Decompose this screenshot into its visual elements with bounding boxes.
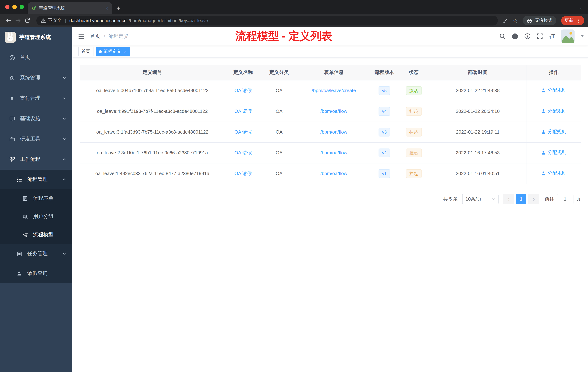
status-badge: 挂起 <box>406 148 422 157</box>
chevron-up-icon <box>63 178 66 181</box>
tag-process-definition[interactable]: 流程定义 × <box>96 47 130 56</box>
assign-rule-label: 分配规则 <box>548 129 567 135</box>
form-link[interactable]: /bpm/oa/flow <box>320 109 347 114</box>
sidebar-item-infrastructure[interactable]: 基础设施 <box>0 109 72 129</box>
avatar[interactable] <box>561 30 575 43</box>
form-link[interactable]: /bpm/oa/flow <box>320 150 347 155</box>
navbar-actions: ? TT <box>499 30 588 43</box>
process-manage-submenu: 流程表单 用户分组 流程模型 <box>0 189 72 244</box>
definition-name-link[interactable]: OA 请假 <box>234 88 252 93</box>
page-size-select[interactable]: 10条/页 <box>462 194 499 204</box>
sidebar-item-system[interactable]: 系统管理 <box>0 68 72 88</box>
deploy-time: 2022-01-16 17:46:53 <box>429 142 526 163</box>
sidebar-item-home[interactable]: 首页 <box>0 47 72 68</box>
monitor-icon <box>9 116 15 121</box>
assign-rule-button[interactable]: 分配规则 <box>541 149 567 156</box>
svg-text:?: ? <box>526 34 529 38</box>
assign-rule-button[interactable]: 分配规则 <box>541 170 567 177</box>
url-domain: dashboard.yudao.iocoder.cn <box>69 18 126 23</box>
col-header-status: 状态 <box>398 65 429 80</box>
help-icon[interactable]: ? <box>524 33 531 39</box>
new-tab-button[interactable]: + <box>116 5 120 12</box>
status-badge: 激活 <box>406 86 422 95</box>
update-button[interactable]: 更新 ⋮ <box>561 16 584 25</box>
deploy-time: 2022-01-22 19:19:11 <box>429 121 526 142</box>
main-area: 首页 / 流程定义 流程模型 - 定义列表 ? <box>72 27 588 372</box>
address-bar[interactable]: 不安全 | dashboard.yudao.iocoder.cn/bpm/man… <box>36 16 498 25</box>
page-number-button[interactable]: 1 <box>516 194 526 204</box>
caret-down-icon[interactable] <box>581 35 584 37</box>
sidebar-item-label: 流程模型 <box>33 231 53 238</box>
tag-label: 流程定义 <box>104 48 121 55</box>
definition-name-link[interactable]: OA 请假 <box>234 171 252 176</box>
breadcrumb-home[interactable]: 首页 <box>90 33 100 40</box>
app-logo[interactable]: 芋道管理系统 <box>0 27 72 47</box>
form-link[interactable]: /bpm/oa/flow <box>320 129 347 135</box>
sidebar-item-label: 用户分组 <box>33 213 53 220</box>
assign-rule-button[interactable]: 分配规则 <box>541 108 567 114</box>
version-badge: v2 <box>378 148 390 157</box>
insecure-label[interactable]: 不安全 <box>48 17 62 24</box>
definition-name-link[interactable]: OA 请假 <box>234 129 252 134</box>
reload-button[interactable] <box>22 16 32 25</box>
forward-button[interactable] <box>13 16 22 25</box>
github-icon[interactable] <box>512 33 518 40</box>
key-icon[interactable] <box>502 18 508 23</box>
form-link[interactable]: /bpm/oa/flow <box>320 171 347 176</box>
sidebar-toggle-button[interactable] <box>72 33 90 39</box>
page-size-value: 10条/页 <box>465 196 482 202</box>
chevron-up-icon <box>63 158 66 161</box>
back-button[interactable] <box>4 16 13 25</box>
form-link[interactable]: /bpm/oa/leave/create <box>312 88 356 93</box>
yen-icon: ¥ <box>9 95 15 101</box>
assign-rule-button[interactable]: 分配规则 <box>541 87 567 94</box>
prev-page-button[interactable]: ‹ <box>503 194 514 204</box>
assign-rule-label: 分配规则 <box>548 149 567 156</box>
next-page-button[interactable]: › <box>528 194 539 204</box>
goto-label: 前往 <box>545 196 554 202</box>
definition-name-link[interactable]: OA 请假 <box>234 150 252 155</box>
sidebar-item-label: 流程管理 <box>27 176 48 183</box>
paper-plane-icon <box>22 232 28 238</box>
sidebar-item-devtools[interactable]: 研发工具 <box>0 129 72 149</box>
bookmark-star-icon[interactable]: ☆ <box>513 18 518 23</box>
tag-label: 首页 <box>82 48 90 55</box>
goto-page-input[interactable] <box>557 194 573 204</box>
tab-close-icon[interactable]: × <box>105 5 108 11</box>
sidebar-item-process-form[interactable]: 流程表单 <box>0 189 72 208</box>
tag-home[interactable]: 首页 <box>78 47 94 56</box>
table-row: oa_leave:5:004b710b-7b8a-11ec-8ef0-acde4… <box>80 80 581 101</box>
pagination: 共 5 条 10条/页 ‹ 1 › 前往 页 <box>80 194 581 204</box>
sidebar-item-workflow[interactable]: 工作流程 <box>0 149 72 170</box>
macos-traffic-lights <box>5 5 24 9</box>
gear-icon <box>9 75 15 81</box>
sidebar-item-task-manage[interactable]: 任务管理 <box>0 244 72 263</box>
definition-name-link[interactable]: OA 请假 <box>234 108 252 114</box>
annotation-title: 流程模型 - 定义列表 <box>235 29 332 44</box>
assign-rule-button[interactable]: 分配规则 <box>541 129 567 135</box>
breadcrumb-current: 流程定义 <box>108 33 129 40</box>
incognito-label: 无痕模式 <box>535 17 552 24</box>
tab-search-chevron-icon[interactable]: ⌄ <box>580 6 583 11</box>
tag-close-icon[interactable]: × <box>124 49 126 54</box>
browser-menu-icon[interactable]: ⋮ <box>576 18 581 23</box>
sidebar-item-process-manage[interactable]: 流程管理 <box>0 170 72 189</box>
fullscreen-icon[interactable] <box>537 33 543 39</box>
dashboard-icon <box>9 55 15 60</box>
sidebar-item-user-group[interactable]: 用户分组 <box>0 208 72 226</box>
close-window-button[interactable] <box>5 5 10 9</box>
font-size-icon[interactable]: TT <box>549 33 555 39</box>
col-header-id: 定义编号 <box>80 65 225 80</box>
minimize-window-button[interactable] <box>12 5 17 9</box>
sidebar-item-process-model[interactable]: 流程模型 <box>0 226 72 244</box>
search-icon[interactable] <box>499 33 505 39</box>
table-row: oa_leave:2:3c1f0ef1-76b1-11ec-9c66-a2380… <box>80 142 581 163</box>
pagination-goto: 前往 页 <box>545 194 581 204</box>
sidebar-item-payment[interactable]: ¥ 支付管理 <box>0 88 72 109</box>
browser-tab[interactable]: 芋道管理系统 × <box>28 2 112 14</box>
table-row: oa_leave:4:991f2193-7b7f-11ec-a3c8-acde4… <box>80 101 581 121</box>
zoom-window-button[interactable] <box>20 5 24 9</box>
update-label: 更新 <box>565 17 573 24</box>
sidebar-item-leave-query[interactable]: 请假查询 <box>0 263 72 283</box>
table-row: oa_leave:1:482ec033-762a-11ec-8477-a2380… <box>80 163 581 184</box>
